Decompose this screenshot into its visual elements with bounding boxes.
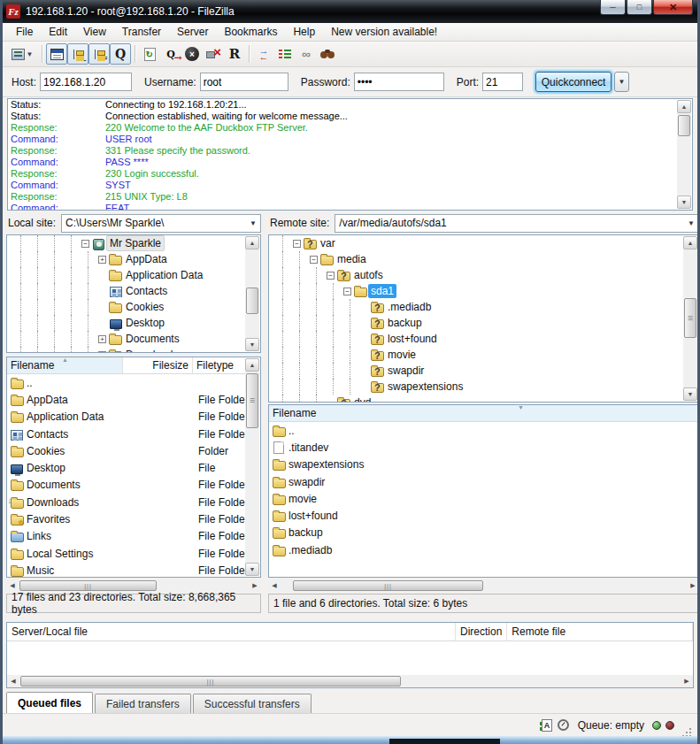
tree-item[interactable]: swapextensions: [269, 379, 698, 395]
column-header-direction[interactable]: Direction: [456, 623, 507, 640]
scroll-up-icon[interactable]: ▲: [245, 358, 259, 372]
chevron-down-icon[interactable]: ▼: [684, 215, 698, 232]
scroll-up-icon[interactable]: ▲: [245, 236, 259, 249]
scrollbar-thumb[interactable]: ☰: [684, 298, 696, 338]
scroll-up-icon[interactable]: ▲: [683, 236, 697, 249]
resize-grip[interactable]: [681, 720, 692, 731]
menu-server[interactable]: Server: [169, 23, 216, 41]
file-row[interactable]: swapdir: [269, 473, 698, 490]
tree-item[interactable]: movie: [269, 347, 698, 363]
scrollbar-thumb[interactable]: |||: [20, 676, 401, 686]
expander-collapse-icon[interactable]: −: [80, 240, 91, 248]
cancel-button[interactable]: ×: [181, 43, 203, 65]
file-row[interactable]: FavoritesFile Folder: [7, 510, 248, 527]
scrollbar-thumb[interactable]: [678, 115, 690, 136]
file-row[interactable]: ..: [269, 422, 698, 439]
file-row[interactable]: ..: [7, 374, 248, 391]
tab-successful-transfers[interactable]: Successful transfers: [193, 694, 312, 713]
file-row[interactable]: AppDataFile Folder: [7, 391, 248, 408]
site-manager-button[interactable]: ▼: [6, 43, 38, 65]
menu-file[interactable]: File: [8, 23, 41, 41]
menu-edit[interactable]: Edit: [41, 23, 75, 41]
expander-expand-icon[interactable]: +: [96, 256, 108, 264]
username-input[interactable]: [200, 73, 288, 91]
find-files-button[interactable]: [317, 43, 338, 65]
scroll-down-icon[interactable]: ▼: [245, 338, 259, 351]
tree-item[interactable]: +AppData: [7, 251, 260, 267]
tree-item[interactable]: −Mr Sparkle: [7, 235, 260, 251]
column-header-filename[interactable]: Filename ▲: [7, 357, 123, 373]
tree-item[interactable]: Contacts: [7, 283, 260, 299]
scroll-left-icon[interactable]: ◀: [7, 675, 19, 687]
tree-item[interactable]: swapdir: [269, 363, 698, 379]
reconnect-button[interactable]: R: [224, 43, 245, 65]
file-row[interactable]: swapextensions: [269, 456, 698, 473]
tab-failed-transfers[interactable]: Failed transfers: [95, 694, 191, 713]
host-input[interactable]: [40, 73, 132, 91]
remote-tree-scrollbar[interactable]: ▲ ☰ ▼: [683, 236, 697, 401]
expander-collapse-icon[interactable]: −: [342, 288, 353, 295]
column-header-remote-file[interactable]: Remote file: [507, 623, 693, 640]
process-queue-button[interactable]: Q: [160, 43, 181, 65]
scrollbar-thumb[interactable]: [246, 288, 258, 314]
tree-item[interactable]: dvd: [269, 395, 698, 403]
tree-item[interactable]: −var: [269, 235, 698, 251]
scrollbar-thumb[interactable]: |||: [293, 580, 483, 591]
menu-help[interactable]: Help: [285, 23, 323, 41]
port-input[interactable]: [482, 73, 523, 91]
quickconnect-dropdown-button[interactable]: ▼: [614, 72, 629, 92]
scroll-down-icon[interactable]: ▼: [245, 563, 259, 576]
tree-item[interactable]: Cookies: [7, 299, 260, 315]
tree-item[interactable]: backup: [269, 315, 698, 331]
queue-hscrollbar[interactable]: ◀ ||| ▶: [7, 675, 693, 687]
file-row[interactable]: Application DataFile Folder: [7, 409, 248, 426]
column-header-filesize[interactable]: Filesize: [123, 357, 193, 373]
file-row[interactable]: Local SettingsFile Folder: [7, 545, 248, 562]
title-bar[interactable]: Fz 192.168.1.20 - root@192.168.1.20 - Fi…: [0, 0, 700, 23]
tree-item[interactable]: −sda1: [269, 283, 698, 299]
toggle-local-tree-button[interactable]: L: [67, 43, 88, 65]
expander-expand-icon[interactable]: +: [96, 335, 108, 343]
local-list-scrollbar[interactable]: ▲ ☰ ▼: [245, 358, 259, 576]
file-row[interactable]: ContactsFile Folder: [7, 426, 248, 442]
tree-item[interactable]: Desktop: [7, 315, 260, 331]
file-row[interactable]: .mediadb: [269, 541, 698, 558]
close-button[interactable]: ✕: [653, 0, 693, 15]
scroll-down-icon[interactable]: ▼: [683, 387, 697, 401]
tree-item[interactable]: +Downloads: [7, 347, 260, 353]
local-tree-scrollbar[interactable]: ▲ ▼: [245, 236, 259, 351]
scroll-up-icon[interactable]: ▲: [677, 100, 691, 113]
scroll-right-icon[interactable]: ▶: [687, 579, 699, 592]
expander-collapse-icon[interactable]: −: [308, 256, 319, 264]
expander-collapse-icon[interactable]: −: [291, 240, 303, 248]
expander-collapse-icon[interactable]: −: [325, 272, 336, 280]
file-row[interactable]: movie: [269, 490, 698, 507]
file-row[interactable]: lost+found: [269, 507, 698, 524]
transfer-type-icon[interactable]: [542, 719, 552, 732]
toggle-message-log-button[interactable]: [46, 43, 67, 65]
file-row[interactable]: MusicFile Folder: [7, 562, 248, 578]
scrollbar-thumb[interactable]: |||: [19, 580, 157, 591]
scroll-right-icon[interactable]: ▶: [249, 579, 261, 592]
file-row[interactable]: backup: [269, 525, 698, 541]
menu-bookmarks[interactable]: Bookmarks: [216, 23, 285, 41]
tab-queued-files[interactable]: Queued files: [6, 692, 93, 713]
directory-comparison-button[interactable]: →←: [253, 43, 274, 65]
scroll-left-icon[interactable]: ◀: [6, 579, 19, 592]
column-header-filename[interactable]: Filename ▼: [269, 405, 698, 421]
log-scrollbar[interactable]: ▲ ▼: [677, 100, 691, 209]
scrollbar-thumb[interactable]: ☰: [246, 373, 258, 428]
tree-item[interactable]: −media: [269, 251, 698, 267]
menu-new-version[interactable]: New version available!: [323, 23, 445, 41]
tree-item[interactable]: +Documents: [7, 331, 260, 347]
password-input[interactable]: [354, 73, 444, 91]
refresh-button[interactable]: [139, 43, 160, 65]
toggle-remote-tree-button[interactable]: F: [88, 43, 110, 65]
menu-view[interactable]: View: [75, 23, 114, 41]
file-row[interactable]: CookiesFolder: [7, 442, 248, 459]
local-list-hscrollbar[interactable]: ◀ ||| ▶: [6, 579, 261, 592]
column-header-server-local-file[interactable]: Server/Local file: [7, 623, 456, 640]
scroll-left-icon[interactable]: ◀: [268, 579, 281, 592]
speed-limits-icon[interactable]: [558, 719, 569, 731]
scroll-down-icon[interactable]: ▼: [677, 196, 691, 209]
